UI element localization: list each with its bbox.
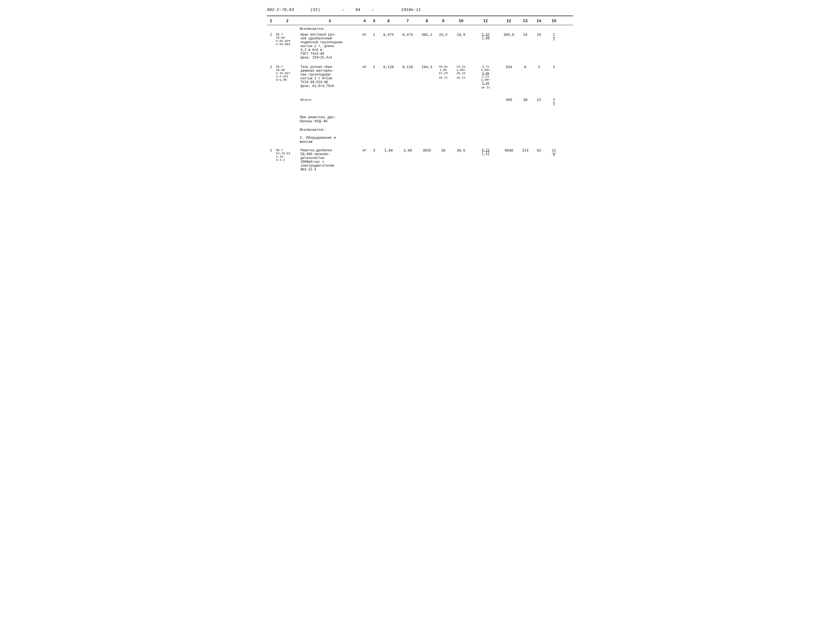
itogo-col14: 22 xyxy=(532,98,546,107)
row-col13-2: 6 xyxy=(518,65,532,70)
separator-3 xyxy=(267,109,573,111)
row-col13-1: 24 xyxy=(518,33,532,37)
col-header-7: 7 xyxy=(398,19,417,23)
row-col14-1: I9 xyxy=(532,33,546,37)
itogo-spacer10 xyxy=(472,98,499,107)
itogo-row: Итого 469 30 22 3 I xyxy=(267,96,573,109)
dash1: – xyxy=(342,8,344,12)
row-desc-3: Решетка-дробилка РД-600 произво- дительн… xyxy=(300,148,360,172)
subheading-3: I. Оборудование и монтаж xyxy=(300,136,360,144)
row-col9-2: 45,0х I,05 47,25 за It xyxy=(436,65,450,79)
row-desc-2: Таль ручная пере- движная шестерен- ная … xyxy=(300,65,360,89)
col15-denom-3: 5 xyxy=(553,153,555,157)
doc-page: 94 xyxy=(355,8,360,12)
row-col7-2: 0,I28 xyxy=(398,65,417,70)
itogo-label: Итого xyxy=(300,98,360,107)
col-header-1: I xyxy=(267,19,275,23)
row-col11-3: 4,I2 I,5I xyxy=(472,148,499,157)
col15-denom-1: I xyxy=(553,38,555,41)
row-col10-3: 30,5 xyxy=(450,148,472,153)
row-code-3: Пр-т 24-I0-0I п.I9 4-4-I xyxy=(275,148,300,162)
itogo-col15-numer: 3 xyxy=(553,98,555,103)
row-col8-3: 30I0 xyxy=(417,148,436,153)
row-col8-1: 365,2 xyxy=(417,33,436,37)
itogo-spacer4 xyxy=(369,98,379,107)
row-col11-1: 2,32 I,09 xyxy=(472,33,499,41)
row-col15-2: I xyxy=(546,65,562,70)
column-headers: I 2 3 4 5 6 7 8 9 IO II I2 I3 I4 I5 xyxy=(267,17,573,25)
table-row-1: I Пр-т I9-06 п.0I-026 п.0I-082 Кран мост… xyxy=(267,32,573,61)
table-row-2: 2 Пр-т I9-06 п.I6-027 3-У-6II к=1,05 Тал… xyxy=(267,64,573,90)
col-header-8: 8 xyxy=(417,19,436,23)
row-col13-3: II4 xyxy=(518,148,532,153)
row-col12-2: I04 xyxy=(499,65,518,70)
itogo-spacer1 xyxy=(267,98,275,107)
separator-5 xyxy=(267,132,573,135)
itogo-col13: 30 xyxy=(518,98,532,107)
row-col6-1: 0,475 xyxy=(379,33,398,37)
section-heading-1: Исключается: xyxy=(300,27,360,31)
subheading-2: Исключается: xyxy=(300,128,360,132)
row-col14-2: 3 xyxy=(532,65,546,70)
subheading-1: При решетках дро- билках КРД-40 xyxy=(300,115,360,123)
separator-6 xyxy=(267,144,573,147)
row-col9-1: 23,5 xyxy=(436,33,450,37)
itogo-spacer6 xyxy=(398,98,417,107)
itogo-spacer7 xyxy=(417,98,436,107)
row-qty-3: 3 xyxy=(369,148,379,153)
subheading-row-1: При решетках дро- билках КРД-40 xyxy=(267,114,573,125)
col15-numer-1: 2 xyxy=(553,33,555,38)
col-header-2: 2 xyxy=(275,19,300,23)
doc-number: 902-I-70.83 xyxy=(267,8,294,12)
row-col15-1: 2 I xyxy=(546,33,562,42)
col-header-15: I5 xyxy=(546,19,562,23)
col-header-12: I2 xyxy=(499,19,518,23)
col11-denom-3: I,5I xyxy=(482,152,490,156)
itogo-col15-denom: I xyxy=(553,103,555,106)
col11-numer-1: 2,32 xyxy=(482,33,490,36)
col11-denom-1: I,09 xyxy=(482,36,490,41)
separator-2 xyxy=(267,90,573,93)
doc-code: 1918е-11 xyxy=(401,8,421,12)
row-col8-2: I04,3 xyxy=(417,65,436,70)
row-code-1: Пр-т I9-06 п.0I-026 п.0I-082 xyxy=(275,33,300,46)
table-row-3: I Пр-т 24-I0-0I п.I9 4-4-I Решетка-дроби… xyxy=(267,147,573,173)
subheading-row-3: I. Оборудование и монтаж xyxy=(267,135,573,144)
separator-1 xyxy=(267,61,573,64)
row-col6-2: 0,I28 xyxy=(379,65,398,70)
row-col11-2: 3,7х I,05= 3,88 I,2х I,05= I,26 за It xyxy=(472,65,499,89)
row-num-3: I xyxy=(267,148,275,153)
itogo-spacer9 xyxy=(450,98,472,107)
separator-3b xyxy=(267,111,573,114)
separator-2b xyxy=(267,93,573,96)
row-col6-3: I,80 xyxy=(379,148,398,153)
col-header-4: 4 xyxy=(360,19,369,23)
row-unit-1: шт xyxy=(360,33,369,37)
doc-xi: (XI) xyxy=(310,8,320,12)
row-desc-1: Кран мостовой руч- ной однобалочный подв… xyxy=(300,33,360,60)
col11-numer-3: 4,I2 xyxy=(482,149,490,152)
row-col7-3: 3,60 xyxy=(398,148,417,153)
row-col10-1: I8,9 xyxy=(450,33,472,37)
row-code-2: Пр-т I9-06 п.I6-027 3-У-6II к=1,05 xyxy=(275,65,300,82)
row-num-1: I xyxy=(267,33,275,37)
col-header-11: II xyxy=(472,19,499,23)
itogo-spacer8 xyxy=(436,98,450,107)
row-qty-1: I xyxy=(369,33,379,37)
col-header-13: I3 xyxy=(518,19,532,23)
itogo-spacer3 xyxy=(360,98,369,107)
row-col10-2: 24,2х I,05= 25,4I за It xyxy=(450,65,472,79)
top-divider xyxy=(267,16,573,16)
row-col7-1: 0,475 xyxy=(398,33,417,37)
separator-4 xyxy=(267,125,573,127)
document-header: 902-I-70.83 (XI) – 94 – 1918е-11 xyxy=(267,5,573,14)
col-header-14: I4 xyxy=(532,19,546,23)
row-unit-3: шт xyxy=(360,148,369,153)
subheading-row-2: Исключается: xyxy=(267,127,573,132)
table-body: Исключается: I Пр-т I9-06 п.0I-026 п.0I-… xyxy=(267,25,573,173)
row-qty-2: I xyxy=(369,65,379,70)
col-header-10: IO xyxy=(450,19,472,23)
itogo-spacer2 xyxy=(275,98,300,107)
col-header-5: 5 xyxy=(369,19,379,23)
section-heading-row-1: Исключается: xyxy=(267,25,573,32)
